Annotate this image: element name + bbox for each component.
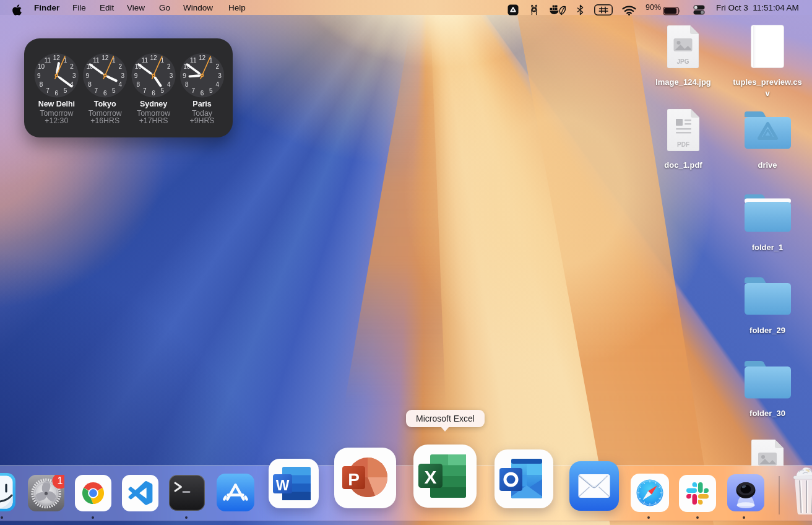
- svg-text:12: 12: [102, 54, 109, 61]
- svg-text:8: 8: [40, 81, 43, 88]
- svg-text:10: 10: [38, 63, 45, 70]
- svg-text:9: 9: [183, 72, 186, 79]
- svg-text:1: 1: [58, 475, 63, 486]
- svg-text:6: 6: [103, 90, 107, 97]
- svg-text:PDF: PDF: [677, 141, 689, 148]
- svg-text:2: 2: [119, 63, 123, 70]
- svg-text:8: 8: [185, 81, 189, 88]
- svg-text:3: 3: [72, 72, 76, 79]
- svg-text:3: 3: [170, 72, 173, 79]
- svg-text:P: P: [348, 470, 360, 489]
- svg-text:11: 11: [190, 57, 197, 64]
- svg-text:2: 2: [167, 63, 171, 70]
- svg-text:5: 5: [209, 87, 213, 94]
- svg-text:11: 11: [142, 57, 149, 64]
- svg-text:8: 8: [137, 81, 140, 88]
- svg-text:7: 7: [95, 87, 98, 94]
- svg-text:11: 11: [93, 57, 100, 64]
- svg-text:6: 6: [55, 90, 59, 97]
- svg-text:X: X: [424, 467, 436, 487]
- svg-text:7: 7: [46, 87, 50, 94]
- svg-text:7: 7: [143, 87, 147, 94]
- svg-text:W: W: [276, 477, 290, 493]
- svg-text:12: 12: [53, 54, 61, 61]
- svg-text:6: 6: [152, 90, 155, 97]
- svg-text:8: 8: [88, 81, 92, 88]
- svg-text:3: 3: [218, 72, 222, 79]
- svg-text:5: 5: [161, 87, 165, 94]
- svg-text:9: 9: [134, 72, 138, 79]
- svg-text:6: 6: [201, 90, 204, 97]
- svg-text:4: 4: [215, 81, 219, 88]
- svg-text:4: 4: [167, 81, 171, 88]
- svg-text:3: 3: [121, 72, 124, 79]
- svg-text:4: 4: [119, 81, 123, 88]
- svg-text:7: 7: [192, 87, 196, 94]
- svg-text:5: 5: [64, 87, 67, 94]
- svg-text:9: 9: [37, 72, 41, 79]
- svg-text:12: 12: [150, 54, 158, 61]
- svg-text:5: 5: [112, 87, 116, 94]
- svg-text:12: 12: [199, 54, 206, 61]
- svg-text:11: 11: [45, 57, 51, 64]
- svg-text:2: 2: [215, 63, 219, 70]
- svg-text:JPG: JPG: [676, 58, 689, 65]
- svg-text:9: 9: [85, 72, 89, 79]
- svg-text:2: 2: [70, 63, 74, 70]
